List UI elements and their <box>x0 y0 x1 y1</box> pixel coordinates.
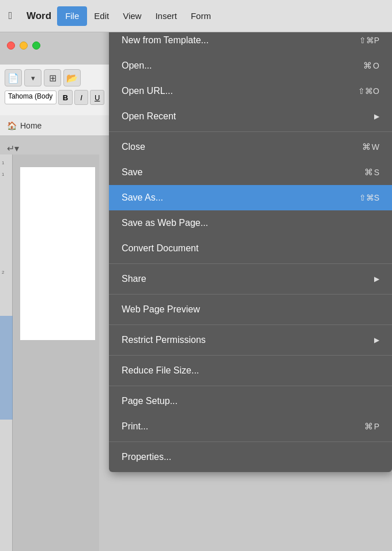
menu-file-label: File <box>65 11 79 21</box>
menu-file[interactable]: File <box>57 6 87 26</box>
menu-item-close[interactable]: Close ⌘W <box>109 134 392 160</box>
menu-section-web-preview: Web Page Preview <box>109 294 392 324</box>
menu-item-convert[interactable]: Convert Document <box>109 236 392 261</box>
menu-insert-label: Insert <box>155 11 177 21</box>
menu-item-reduce-size[interactable]: Reduce File Size... <box>109 358 392 383</box>
menu-edit[interactable]: Edit <box>87 6 116 26</box>
menu-item-web-preview[interactable]: Web Page Preview <box>109 297 392 322</box>
underline-button[interactable]: U <box>90 90 104 105</box>
home-tab[interactable]: 🏠 Home <box>0 115 109 136</box>
menu-item-print[interactable]: Print... ⌘P <box>109 414 392 439</box>
menu-item-share[interactable]: Share ▶ <box>109 266 392 292</box>
grid-button[interactable]: ⊞ <box>44 69 61 86</box>
menu-item-save-web[interactable]: Save as Web Page... <box>109 210 392 236</box>
left-toolbar: 📄 ▾ ⊞ 📂 Tahoma (Body B I U <box>0 65 109 116</box>
new-doc-button[interactable]: 📄 <box>5 69 22 86</box>
font-name-label: Tahoma (Body <box>8 92 52 100</box>
menu-item-open[interactable]: Open... ⌘O <box>109 53 392 78</box>
menu-section-print: Page Setup... Print... ⌘P <box>109 386 392 441</box>
minimize-button[interactable] <box>20 41 28 50</box>
menu-edit-label: Edit <box>94 11 109 21</box>
menu-item-save[interactable]: Save ⌘S <box>109 160 392 185</box>
app-name: Word <box>21 10 57 22</box>
home-tab-label: Home <box>20 121 42 130</box>
toolbar-row-2: Tahoma (Body B I U <box>5 90 104 105</box>
ruler-highlight <box>0 316 13 420</box>
menu-item-save-as[interactable]: Save As... ⇧⌘S <box>109 185 392 210</box>
font-selector[interactable]: Tahoma (Body <box>5 90 56 104</box>
left-doc-page <box>20 167 95 340</box>
menu-form-label: Form <box>191 11 211 21</box>
toolbar-row-1: 📄 ▾ ⊞ 📂 <box>5 69 104 86</box>
home-icon: 🏠 <box>7 121 17 130</box>
apple-icon:  <box>9 10 13 22</box>
italic-button[interactable]: I <box>74 90 89 105</box>
menu-view-label: View <box>123 11 141 21</box>
menu-section-reduce: Reduce File Size... <box>109 355 392 386</box>
menu-item-open-url[interactable]: Open URL... ⇧⌘O <box>109 78 392 104</box>
menu-view[interactable]: View <box>116 6 148 26</box>
open-button[interactable]: 📂 <box>63 69 81 86</box>
file-menu-overlay: New Blank Document ⌘N New from Template.… <box>109 0 392 551</box>
menu-section-share: Share ▶ <box>109 263 392 294</box>
menu-item-page-setup[interactable]: Page Setup... <box>109 388 392 414</box>
indent-icon: ↵▾ <box>7 143 19 154</box>
file-dropdown-menu: New Blank Document ⌘N New from Template.… <box>109 0 392 472</box>
bold-button[interactable]: B <box>58 90 73 105</box>
menu-form[interactable]: Form <box>184 6 218 26</box>
menu-section-permissions: Restrict Permissions ▶ <box>109 324 392 355</box>
apple-menu[interactable]:  <box>0 0 21 32</box>
menu-section-properties: Properties... <box>109 441 392 472</box>
traffic-lights <box>7 41 40 50</box>
menu-section-save: Close ⌘W Save ⌘S Save As... ⇧⌘S Save as … <box>109 131 392 263</box>
menu-insert[interactable]: Insert <box>148 6 184 26</box>
left-vertical-ruler: 1 1 2 <box>0 154 13 551</box>
toolbar-dropdown-button[interactable]: ▾ <box>24 69 42 86</box>
menu-item-open-recent[interactable]: Open Recent ▶ <box>109 104 392 129</box>
close-button[interactable] <box>7 41 15 50</box>
menu-item-properties[interactable]: Properties... <box>109 444 392 470</box>
menu-item-restrict[interactable]: Restrict Permissions ▶ <box>109 327 392 353</box>
maximize-button[interactable] <box>32 41 40 50</box>
